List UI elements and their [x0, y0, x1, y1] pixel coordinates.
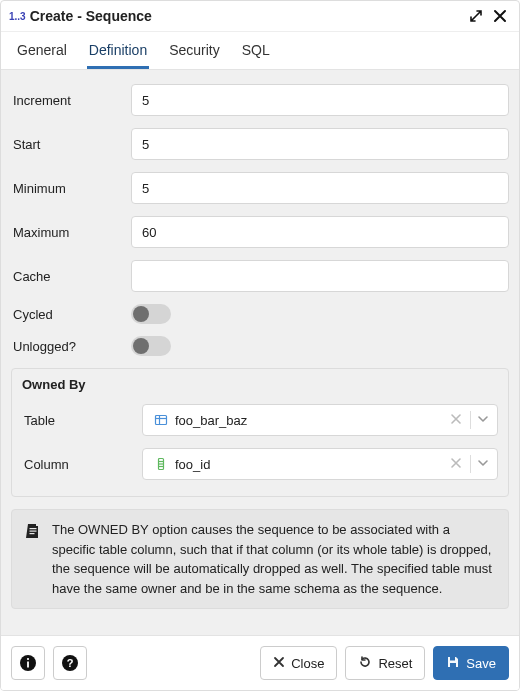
table-icon	[153, 412, 169, 428]
clear-icon[interactable]	[446, 413, 466, 428]
owned-table-select[interactable]: foo_bar_baz	[142, 404, 498, 436]
reset-icon	[358, 655, 372, 672]
save-icon	[446, 655, 460, 672]
label-minimum: Minimum	[11, 181, 131, 196]
label-owned-column: Column	[22, 457, 142, 472]
info-button[interactable]	[11, 646, 45, 680]
close-button[interactable]: Close	[260, 646, 337, 680]
svg-rect-11	[27, 662, 29, 668]
row-unlogged: Unlogged?	[11, 330, 509, 362]
label-owned-table: Table	[22, 413, 142, 428]
note-icon	[24, 522, 42, 598]
minimum-input[interactable]	[131, 172, 509, 204]
svg-rect-16	[450, 663, 456, 667]
tab-sql[interactable]: SQL	[240, 32, 272, 69]
label-start: Start	[11, 137, 131, 152]
unlogged-toggle[interactable]	[131, 336, 171, 356]
close-x-icon	[273, 656, 285, 671]
label-cycled: Cycled	[11, 307, 131, 322]
svg-point-12	[27, 658, 29, 660]
maximum-input[interactable]	[131, 216, 509, 248]
label-maximum: Maximum	[11, 225, 131, 240]
reset-label: Reset	[378, 656, 412, 671]
row-start: Start	[11, 122, 509, 166]
increment-input[interactable]	[131, 84, 509, 116]
tab-general[interactable]: General	[15, 32, 69, 69]
row-owned-column: Column foo_id	[22, 442, 498, 486]
owned-table-value: foo_bar_baz	[175, 413, 446, 428]
svg-rect-15	[450, 657, 455, 661]
dialog-footer: ? Close Reset Save	[1, 635, 519, 690]
select-divider	[470, 455, 471, 473]
row-maximum: Maximum	[11, 210, 509, 254]
row-cycled: Cycled	[11, 298, 509, 330]
cache-input[interactable]	[131, 260, 509, 292]
create-sequence-dialog: 1..3 Create - Sequence General Definitio…	[0, 0, 520, 691]
chevron-down-icon[interactable]	[475, 457, 491, 472]
owned-column-select[interactable]: foo_id	[142, 448, 498, 480]
tab-definition[interactable]: Definition	[87, 32, 149, 69]
save-label: Save	[466, 656, 496, 671]
label-unlogged: Unlogged?	[11, 339, 131, 354]
sequence-badge-icon: 1..3	[9, 11, 26, 22]
label-increment: Increment	[11, 93, 131, 108]
expand-icon[interactable]	[467, 7, 485, 25]
tab-security[interactable]: Security	[167, 32, 222, 69]
label-cache: Cache	[11, 269, 131, 284]
select-divider	[470, 411, 471, 429]
close-label: Close	[291, 656, 324, 671]
cycled-toggle[interactable]	[131, 304, 171, 324]
titlebar: 1..3 Create - Sequence	[1, 1, 519, 32]
help-button[interactable]: ?	[53, 646, 87, 680]
row-minimum: Minimum	[11, 166, 509, 210]
close-icon[interactable]	[491, 7, 509, 25]
save-button[interactable]: Save	[433, 646, 509, 680]
svg-text:?: ?	[67, 657, 74, 669]
tab-bar: General Definition Security SQL	[1, 32, 519, 70]
dialog-body: Increment Start Minimum Maximum Cache Cy…	[1, 70, 519, 635]
row-increment: Increment	[11, 78, 509, 122]
owned-by-legend: Owned By	[22, 375, 498, 398]
svg-rect-0	[156, 416, 167, 425]
svg-rect-9	[30, 533, 35, 534]
note-text: The OWNED BY option causes the sequence …	[52, 520, 496, 598]
svg-rect-7	[30, 528, 37, 529]
svg-rect-8	[30, 531, 37, 532]
dialog-title: Create - Sequence	[30, 8, 461, 24]
owned-by-group: Owned By Table foo_bar_baz	[11, 368, 509, 497]
row-cache: Cache	[11, 254, 509, 298]
column-icon	[153, 456, 169, 472]
owned-column-value: foo_id	[175, 457, 446, 472]
reset-button[interactable]: Reset	[345, 646, 425, 680]
clear-icon[interactable]	[446, 457, 466, 472]
start-input[interactable]	[131, 128, 509, 160]
chevron-down-icon[interactable]	[475, 413, 491, 428]
row-owned-table: Table foo_bar_baz	[22, 398, 498, 442]
owned-by-note: The OWNED BY option causes the sequence …	[11, 509, 509, 609]
